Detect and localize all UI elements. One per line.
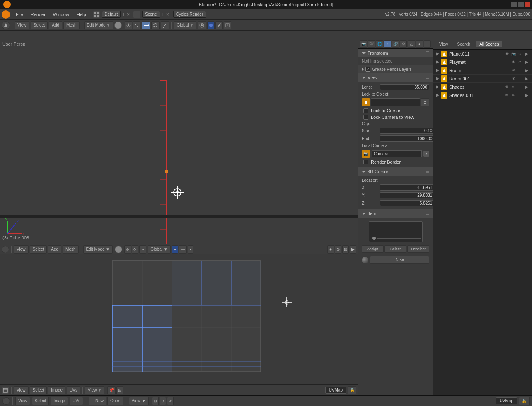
- view-header[interactable]: View ☰: [358, 73, 433, 82]
- playmat-vis-icon[interactable]: 👁: [510, 59, 516, 65]
- scene-dropdown[interactable]: Scene: [142, 11, 160, 18]
- uv-lock-icon[interactable]: 🔒: [348, 386, 356, 394]
- menu-window[interactable]: Window: [50, 11, 73, 18]
- uv-editor[interactable]: View Select Image UVs View ▼ 📌 ⊞ UVMap 🔒: [0, 244, 358, 395]
- uv-pin-icon[interactable]: 📌: [107, 386, 116, 394]
- grease-pencil-header[interactable]: ✓ Grease Pencil Layers: [358, 65, 433, 73]
- render-border-checkbox[interactable]: [363, 160, 368, 164]
- playmat-expand[interactable]: [436, 60, 439, 64]
- uv-editor-icon[interactable]: [2, 387, 9, 394]
- shading-btn[interactable]: [115, 246, 122, 253]
- transform-header[interactable]: Transform ☰: [358, 49, 433, 57]
- lens-value[interactable]: [380, 84, 429, 90]
- info-select-btn[interactable]: Select: [32, 397, 49, 405]
- menu-help[interactable]: Help: [73, 11, 89, 18]
- nav2[interactable]: ⊙: [160, 397, 166, 405]
- close-button[interactable]: [525, 2, 530, 7]
- info-uvs-btn[interactable]: UVs: [70, 397, 83, 405]
- mesh-btn[interactable]: Mesh: [63, 245, 78, 254]
- select-btn[interactable]: Select: [30, 245, 47, 254]
- mesh-menu-btn[interactable]: Mesh: [63, 21, 79, 29]
- select-menu-btn[interactable]: Select: [31, 21, 48, 29]
- shades-render-icon[interactable]: ▶: [524, 84, 530, 90]
- room-vis-icon[interactable]: 👁: [510, 68, 516, 73]
- onion[interactable]: ⊞: [342, 245, 349, 254]
- prop-world-icon[interactable]: 🌐: [376, 40, 383, 48]
- prop-scene-icon[interactable]: 🎬: [368, 40, 375, 48]
- prop-render-icon[interactable]: 📷: [360, 40, 367, 48]
- outliner-item-plane011[interactable]: Plane.011 👁 📷 ⊙ ▶: [433, 50, 532, 58]
- transform-icon[interactable]: [142, 21, 150, 29]
- add-new-btn[interactable]: + New: [89, 397, 106, 405]
- end-value[interactable]: [380, 135, 433, 142]
- uv-view-dropdown[interactable]: View ▼: [85, 386, 104, 394]
- shades-expand[interactable]: [436, 85, 439, 89]
- plane011-vis-icon[interactable]: 👁: [504, 51, 510, 57]
- mode-btn[interactable]: Edit Mode ▼: [83, 245, 113, 254]
- camera-close-btn[interactable]: ×: [423, 151, 429, 157]
- view-menu[interactable]: ☰: [426, 75, 429, 80]
- shades001-expand[interactable]: [436, 94, 439, 97]
- room-restrict-icon[interactable]: |: [517, 68, 523, 73]
- tb3[interactable]: ↔: [139, 245, 146, 254]
- global-btn[interactable]: Global ▼: [148, 245, 171, 254]
- playmat-restrict-icon[interactable]: ⊙: [517, 59, 523, 65]
- outliner-tab-view[interactable]: View: [436, 41, 452, 47]
- scale-icon[interactable]: [161, 21, 169, 29]
- outliner-item-room[interactable]: Room 👁 | ▶: [433, 66, 532, 75]
- select-btn-mat[interactable]: Select: [384, 245, 406, 253]
- lock-object-pick-btn[interactable]: [421, 98, 429, 106]
- uv-view-btn[interactable]: View: [14, 386, 29, 394]
- prop-edit[interactable]: ⊙: [335, 245, 341, 254]
- uv-image-btn[interactable]: Image: [48, 386, 65, 394]
- mode-edge[interactable]: —: [179, 245, 187, 254]
- outliner-tab-all-scenes[interactable]: All Scenes: [476, 41, 502, 47]
- transform-menu[interactable]: ☰: [426, 51, 429, 55]
- menu-file[interactable]: File: [12, 11, 27, 18]
- snap-icon[interactable]: [133, 21, 140, 29]
- uv-map-name[interactable]: UVMap: [325, 387, 346, 394]
- outliner-item-room001[interactable]: Room.001 👁 | ▶: [433, 75, 532, 83]
- mode-dropdown[interactable]: Edit Mode ▼: [84, 21, 114, 29]
- room-expand[interactable]: [436, 69, 439, 72]
- start-value[interactable]: [380, 128, 433, 134]
- mode-vert[interactable]: ●: [172, 245, 178, 254]
- pivot-icon[interactable]: [125, 21, 132, 29]
- cursor-y-value[interactable]: [380, 192, 433, 198]
- tb1[interactable]: ⊙: [124, 245, 131, 254]
- render-btn[interactable]: ▶: [350, 245, 356, 254]
- nav1[interactable]: ⊞: [152, 397, 159, 405]
- new-material-btn[interactable]: New: [370, 256, 429, 264]
- view-menu-btn[interactable]: View: [15, 21, 29, 29]
- shades001-render-icon[interactable]: ▶: [524, 92, 530, 98]
- prop-modifiers-icon[interactable]: ⚙: [400, 40, 407, 48]
- workspace-dropdown[interactable]: Default: [102, 11, 121, 18]
- lock-object-input[interactable]: [371, 98, 420, 106]
- menu-render[interactable]: Render: [27, 11, 49, 18]
- uv-map-bottom[interactable]: UVMap: [496, 397, 517, 404]
- workspace-add[interactable]: +: [122, 12, 125, 17]
- info-image-btn[interactable]: Image: [51, 397, 68, 405]
- plane011-restrict-icon[interactable]: ⊙: [517, 51, 523, 57]
- outliner-item-shades[interactable]: Shades 👁 ✏ | ▶: [433, 83, 532, 91]
- open-btn[interactable]: Open: [107, 397, 123, 405]
- shades-vis-icon[interactable]: 👁: [504, 84, 510, 90]
- add-menu-btn[interactable]: Add: [49, 21, 62, 29]
- lock-camera-checkbox[interactable]: [363, 115, 368, 120]
- tb2[interactable]: ⟳: [132, 245, 138, 254]
- outliner-item-playmat[interactable]: Playmat 👁 ⊙ ▶: [433, 58, 532, 66]
- workspace-remove[interactable]: ×: [127, 12, 130, 17]
- item-header[interactable]: Item ☰: [358, 209, 433, 218]
- camera-name[interactable]: Camera: [372, 150, 422, 157]
- viewport-3d[interactable]: User Persp: [0, 39, 358, 254]
- room001-vis-icon[interactable]: 👁: [510, 76, 516, 82]
- vertex-icon[interactable]: [207, 21, 215, 29]
- global-dropdown[interactable]: Global ▼: [174, 21, 196, 29]
- prop-object-icon[interactable]: ○: [384, 40, 391, 48]
- prop-particles-icon[interactable]: ·: [424, 40, 431, 48]
- info-icon[interactable]: [2, 397, 10, 405]
- uv-select-btn[interactable]: Select: [30, 386, 47, 394]
- mode-face[interactable]: ▪: [188, 245, 193, 254]
- assign-btn[interactable]: Assign: [362, 245, 384, 253]
- room-render-icon[interactable]: ▶: [524, 68, 530, 73]
